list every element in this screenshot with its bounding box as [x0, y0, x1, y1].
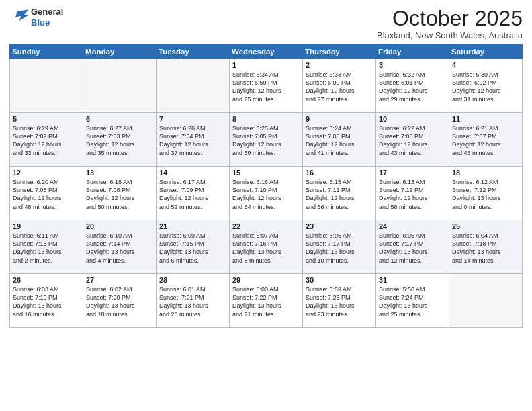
calendar-cell: 28Sunrise: 6:01 AM Sunset: 7:21 PM Dayli… [157, 274, 230, 328]
cell-info: Sunrise: 5:30 AM Sunset: 6:02 PM Dayligh… [452, 71, 519, 103]
header-monday: Monday [83, 45, 157, 59]
logo-icon [11, 7, 30, 26]
cell-info: Sunrise: 6:05 AM Sunset: 7:17 PM Dayligh… [379, 232, 446, 265]
calendar-cell: 21Sunrise: 6:09 AM Sunset: 7:15 PM Dayli… [157, 220, 230, 274]
cell-info: Sunrise: 6:13 AM Sunset: 7:12 PM Dayligh… [379, 178, 446, 211]
day-number: 29 [232, 276, 300, 284]
calendar-cell: 8Sunrise: 6:25 AM Sunset: 7:05 PM Daylig… [230, 113, 303, 167]
day-number: 27 [86, 276, 153, 284]
calendar-cell [157, 59, 230, 113]
cell-info: Sunrise: 6:09 AM Sunset: 7:15 PM Dayligh… [159, 232, 226, 265]
calendar-cell [449, 274, 523, 328]
day-number: 30 [306, 276, 373, 284]
location: Blaxland, New South Wales, Australia [377, 30, 523, 40]
calendar-cell: 19Sunrise: 6:11 AM Sunset: 7:13 PM Dayli… [10, 220, 83, 274]
cell-info: Sunrise: 6:11 AM Sunset: 7:13 PM Dayligh… [13, 232, 80, 265]
cell-info: Sunrise: 5:32 AM Sunset: 6:01 PM Dayligh… [379, 71, 446, 103]
calendar-cell: 26Sunrise: 6:03 AM Sunset: 7:19 PM Dayli… [10, 274, 83, 328]
cell-info: Sunrise: 6:25 AM Sunset: 7:05 PM Dayligh… [232, 124, 300, 157]
day-number: 21 [159, 222, 226, 230]
cell-info: Sunrise: 6:12 AM Sunset: 7:12 PM Dayligh… [452, 178, 519, 211]
day-number: 28 [159, 276, 226, 284]
cell-info: Sunrise: 6:29 AM Sunset: 7:02 PM Dayligh… [13, 124, 80, 157]
calendar-cell: 4Sunrise: 5:30 AM Sunset: 6:02 PM Daylig… [449, 59, 523, 113]
header-wednesday: Wednesday [230, 45, 303, 59]
header-tuesday: Tuesday [157, 45, 230, 59]
cell-info: Sunrise: 6:18 AM Sunset: 7:08 PM Dayligh… [86, 178, 153, 211]
day-number: 25 [452, 222, 519, 230]
logo-blue: Blue [31, 17, 63, 28]
cell-info: Sunrise: 6:17 AM Sunset: 7:09 PM Dayligh… [159, 178, 226, 211]
day-number: 31 [379, 276, 446, 284]
day-number: 23 [306, 222, 373, 230]
cell-info: Sunrise: 6:02 AM Sunset: 7:20 PM Dayligh… [86, 285, 153, 318]
cell-info: Sunrise: 6:24 AM Sunset: 7:05 PM Dayligh… [306, 124, 373, 157]
cell-info: Sunrise: 6:01 AM Sunset: 7:21 PM Dayligh… [159, 285, 226, 318]
day-number: 5 [13, 115, 80, 123]
cell-info: Sunrise: 6:07 AM Sunset: 7:16 PM Dayligh… [232, 232, 300, 265]
day-number: 24 [379, 222, 446, 230]
day-number: 6 [86, 115, 153, 123]
cell-info: Sunrise: 6:04 AM Sunset: 7:18 PM Dayligh… [452, 232, 519, 265]
header: General Blue October 2025 Blaxland, New … [9, 7, 523, 40]
week-row-4: 19Sunrise: 6:11 AM Sunset: 7:13 PM Dayli… [10, 220, 523, 274]
day-number: 19 [13, 222, 80, 230]
week-row-3: 12Sunrise: 6:20 AM Sunset: 7:08 PM Dayli… [10, 167, 523, 220]
day-number: 15 [232, 169, 300, 177]
week-row-2: 5Sunrise: 6:29 AM Sunset: 7:02 PM Daylig… [10, 113, 523, 167]
calendar-cell: 25Sunrise: 6:04 AM Sunset: 7:18 PM Dayli… [449, 220, 523, 274]
calendar-cell: 12Sunrise: 6:20 AM Sunset: 7:08 PM Dayli… [10, 167, 83, 220]
day-number: 16 [306, 169, 373, 177]
day-number: 8 [232, 115, 300, 123]
title-block: October 2025 Blaxland, New South Wales, … [377, 7, 523, 40]
cell-info: Sunrise: 5:34 AM Sunset: 5:59 PM Dayligh… [232, 71, 300, 103]
cell-info: Sunrise: 6:15 AM Sunset: 7:11 PM Dayligh… [306, 178, 373, 211]
calendar-cell: 17Sunrise: 6:13 AM Sunset: 7:12 PM Dayli… [376, 167, 449, 220]
day-number: 10 [379, 115, 446, 123]
calendar-cell: 16Sunrise: 6:15 AM Sunset: 7:11 PM Dayli… [303, 167, 376, 220]
day-number: 13 [86, 169, 153, 177]
day-number: 17 [379, 169, 446, 177]
day-number: 12 [13, 169, 80, 177]
calendar-cell: 1Sunrise: 5:34 AM Sunset: 5:59 PM Daylig… [230, 59, 303, 113]
cell-info: Sunrise: 6:26 AM Sunset: 7:04 PM Dayligh… [159, 124, 226, 157]
calendar-cell: 10Sunrise: 6:22 AM Sunset: 7:06 PM Dayli… [376, 113, 449, 167]
calendar-cell [83, 59, 157, 113]
calendar-cell: 18Sunrise: 6:12 AM Sunset: 7:12 PM Dayli… [449, 167, 523, 220]
week-row-1: 1Sunrise: 5:34 AM Sunset: 5:59 PM Daylig… [10, 59, 523, 113]
calendar-cell: 29Sunrise: 6:00 AM Sunset: 7:22 PM Dayli… [230, 274, 303, 328]
day-number: 22 [232, 222, 300, 230]
cell-info: Sunrise: 6:00 AM Sunset: 7:22 PM Dayligh… [232, 285, 300, 318]
cell-info: Sunrise: 6:20 AM Sunset: 7:08 PM Dayligh… [13, 178, 80, 211]
calendar-cell: 22Sunrise: 6:07 AM Sunset: 7:16 PM Dayli… [230, 220, 303, 274]
calendar-cell [10, 59, 83, 113]
header-thursday: Thursday [303, 45, 376, 59]
header-row: SundayMondayTuesdayWednesdayThursdayFrid… [10, 45, 523, 59]
day-number: 14 [159, 169, 226, 177]
week-row-5: 26Sunrise: 6:03 AM Sunset: 7:19 PM Dayli… [10, 274, 523, 328]
cell-info: Sunrise: 6:27 AM Sunset: 7:03 PM Dayligh… [86, 124, 153, 157]
cell-info: Sunrise: 6:03 AM Sunset: 7:19 PM Dayligh… [13, 285, 80, 318]
calendar-cell: 31Sunrise: 5:58 AM Sunset: 7:24 PM Dayli… [376, 274, 449, 328]
calendar-table: SundayMondayTuesdayWednesdayThursdayFrid… [9, 44, 523, 328]
calendar-cell: 14Sunrise: 6:17 AM Sunset: 7:09 PM Dayli… [157, 167, 230, 220]
calendar-cell: 20Sunrise: 6:10 AM Sunset: 7:14 PM Dayli… [83, 220, 157, 274]
calendar-cell: 6Sunrise: 6:27 AM Sunset: 7:03 PM Daylig… [83, 113, 157, 167]
day-number: 26 [13, 276, 80, 284]
day-number: 4 [452, 61, 519, 69]
cell-info: Sunrise: 6:16 AM Sunset: 7:10 PM Dayligh… [232, 178, 300, 211]
day-number: 11 [452, 115, 519, 123]
day-number: 1 [232, 61, 300, 69]
calendar-cell: 9Sunrise: 6:24 AM Sunset: 7:05 PM Daylig… [303, 113, 376, 167]
month-title: October 2025 [377, 7, 523, 30]
day-number: 20 [86, 222, 153, 230]
day-number: 7 [159, 115, 226, 123]
day-number: 2 [306, 61, 373, 69]
calendar-cell: 11Sunrise: 6:21 AM Sunset: 7:07 PM Dayli… [449, 113, 523, 167]
cell-info: Sunrise: 5:33 AM Sunset: 6:00 PM Dayligh… [306, 71, 373, 103]
calendar-cell: 27Sunrise: 6:02 AM Sunset: 7:20 PM Dayli… [83, 274, 157, 328]
cell-info: Sunrise: 6:06 AM Sunset: 7:17 PM Dayligh… [306, 232, 373, 265]
calendar-cell: 24Sunrise: 6:05 AM Sunset: 7:17 PM Dayli… [376, 220, 449, 274]
day-number: 18 [452, 169, 519, 177]
calendar-page: General Blue October 2025 Blaxland, New … [0, 0, 532, 411]
